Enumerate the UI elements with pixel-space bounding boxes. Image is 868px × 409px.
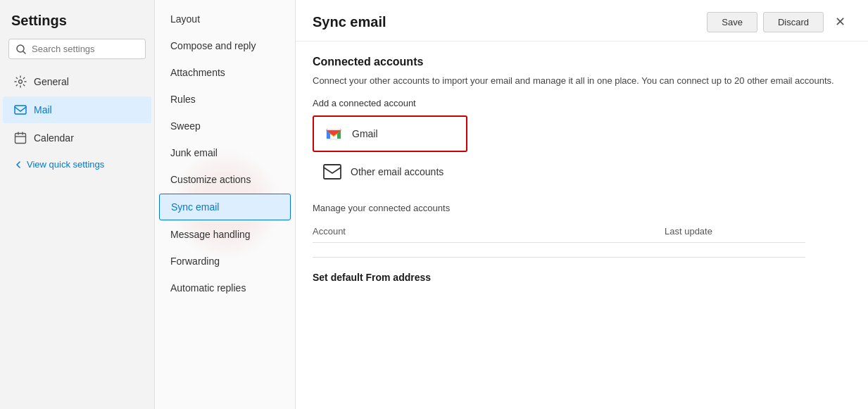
app-title: Settings (0, 0, 154, 39)
discard-button[interactable]: Discard (763, 12, 824, 32)
main-body: Connected accounts Connect your other ac… (296, 42, 868, 409)
nav-item-auto[interactable]: Automatic replies (159, 275, 291, 301)
gmail-icon (324, 124, 344, 144)
mail-icon (14, 103, 27, 116)
sidebar-item-general-label: General (34, 76, 69, 87)
sidebar-item-calendar[interactable]: Calendar (3, 125, 151, 151)
add-connected-account-label: Add a connected account (313, 98, 851, 108)
gmail-option[interactable]: Gmail (313, 115, 467, 152)
other-email-option[interactable]: Other email accounts (313, 155, 467, 189)
gear-icon (14, 75, 27, 88)
connected-accounts-desc: Connect your other accounts to import yo… (313, 74, 851, 88)
main-header: Sync email Save Discard ✕ (296, 0, 868, 42)
nav-item-junk[interactable]: Junk email (159, 140, 291, 165)
sidebar-item-general[interactable]: General (3, 68, 151, 95)
nav-item-layout-label: Layout (170, 13, 200, 25)
nav-item-forwarding-label: Forwarding (170, 256, 220, 267)
accounts-table-header: Account Last update (313, 220, 805, 243)
manage-accounts-label: Manage your connected accounts (313, 203, 851, 213)
nav-item-junk-label: Junk email (170, 147, 218, 158)
nav-item-auto-label: Automatic replies (170, 282, 246, 294)
search-icon (16, 44, 26, 54)
close-button[interactable]: ✕ (829, 11, 851, 32)
sidebar: Settings General Mail Calendar (0, 0, 155, 409)
nav-item-customize[interactable]: Customize actions (159, 167, 291, 192)
sidebar-item-mail-label: Mail (34, 104, 52, 115)
calendar-icon (14, 132, 27, 144)
close-icon: ✕ (835, 15, 845, 29)
sidebar-item-calendar-label: Calendar (34, 132, 74, 144)
save-button[interactable]: Save (707, 12, 757, 32)
nav-item-message-label: Message handling (170, 229, 251, 240)
quick-settings-label: View quick settings (27, 159, 104, 170)
nav-item-forwarding[interactable]: Forwarding (159, 248, 291, 274)
nav-item-attachments-label: Attachments (170, 67, 225, 78)
nav-item-sweep-label: Sweep (170, 120, 201, 132)
nav-item-sweep[interactable]: Sweep (159, 113, 291, 139)
col-account-header: Account (313, 226, 665, 237)
quick-settings-link[interactable]: View quick settings (3, 153, 151, 175)
svg-rect-3 (15, 106, 26, 114)
nav-item-message[interactable]: Message handling (159, 222, 291, 247)
middle-nav-panel: Layout Compose and reply Attachments Rul… (155, 0, 296, 409)
sidebar-item-mail[interactable]: Mail (3, 96, 151, 123)
page-title: Sync email (313, 14, 386, 30)
nav-item-sync[interactable]: Sync email (159, 194, 291, 220)
svg-rect-4 (15, 134, 26, 144)
gmail-label: Gmail (352, 128, 378, 139)
main-content: Sync email Save Discard ✕ Connected acco… (296, 0, 868, 409)
connected-accounts-title: Connected accounts (313, 56, 851, 68)
nav-item-rules-label: Rules (170, 94, 196, 105)
col-last-update-header: Last update (665, 226, 805, 237)
search-input[interactable] (32, 44, 138, 54)
section-divider (313, 257, 805, 258)
other-email-label: Other email accounts (351, 166, 444, 177)
nav-item-rules[interactable]: Rules (159, 87, 291, 112)
chevron-left-icon (14, 161, 23, 169)
nav-item-layout[interactable]: Layout (159, 6, 291, 32)
search-box[interactable] (8, 39, 146, 59)
set-default-title: Set default From address (313, 272, 851, 283)
nav-item-compose[interactable]: Compose and reply (159, 33, 291, 58)
svg-line-1 (23, 51, 25, 54)
nav-item-sync-label: Sync email (171, 201, 219, 213)
envelope-icon (322, 162, 342, 182)
nav-item-customize-label: Customize actions (170, 174, 251, 185)
header-buttons: Save Discard ✕ (707, 11, 851, 32)
svg-point-2 (19, 80, 23, 84)
nav-item-attachments[interactable]: Attachments (159, 60, 291, 85)
nav-item-compose-label: Compose and reply (170, 40, 256, 51)
svg-rect-6 (324, 165, 341, 179)
